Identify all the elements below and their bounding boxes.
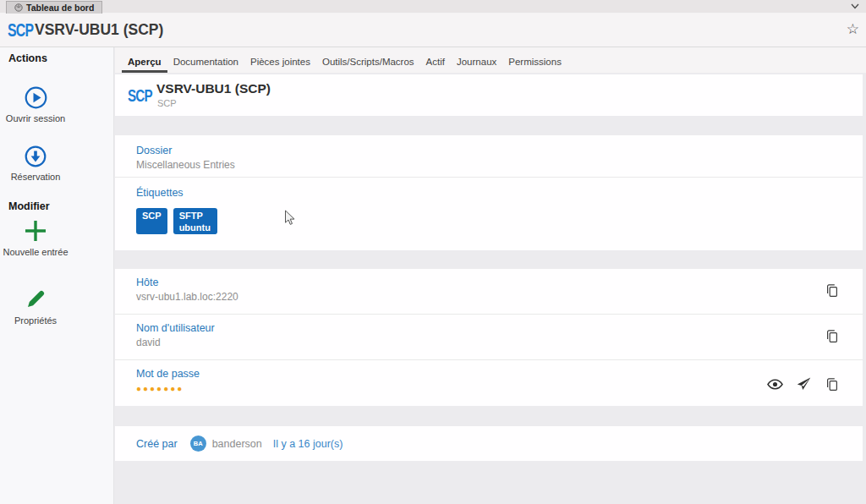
copy-icon [825,329,839,343]
tags-label: Étiquettes [136,187,184,199]
favorite-star-icon[interactable]: ☆ [847,20,859,38]
copy-icon [825,377,839,392]
main-content: Aperçu Documentation Pièces jointes Outi… [115,47,866,504]
divider [115,177,863,178]
password-masked-value: ●●●●●●● [136,384,200,393]
reservation-button[interactable]: Réservation [0,145,71,183]
entity-scp-logo: SCP [128,85,152,106]
actions-section-title: Actions [8,52,47,64]
entity-title: VSRV-UBU1 (SCP) [156,81,271,96]
folder-tags-card: Dossier Miscellaneous Entries Étiquettes… [115,135,863,250]
entity-subtitle: SCP [157,98,177,108]
check-out-icon [25,145,47,167]
created-by-label: Créé par [136,438,178,450]
created-by-card: Créé par BA banderson Il y a 16 jour(s) [115,426,863,461]
page-title: VSRV-UBU1 (SCP) [35,21,163,39]
credentials-card: Hôte vsrv-ubu1.lab.loc:2220 Nom d'utilis… [115,269,863,406]
host-value: vsrv-ubu1.lab.loc:2220 [136,291,238,303]
entry-header: SCP VSRV-UBU1 (SCP) ☆ [0,14,866,47]
send-password-button[interactable] [797,377,811,394]
play-circle-icon [25,86,47,109]
username-label: Nom d'utilisateur [136,322,215,334]
entity-card: SCP VSRV-UBU1 (SCP) SCP [115,74,863,116]
properties-label: Propriétés [14,315,57,326]
password-label: Mot de passe [136,368,200,380]
avatar: BA [190,436,206,452]
new-entry-button[interactable]: Nouvelle entrée [0,219,71,258]
created-by-username: banderson [212,438,262,450]
modify-section-title: Modifier [8,200,50,212]
created-by-row: Créé par BA banderson Il y a 16 jour(s) [136,426,343,461]
copy-icon [825,283,839,298]
created-ago[interactable]: Il y a 16 jour(s) [273,438,343,450]
dashboard-icon [14,3,23,12]
reservation-label: Réservation [11,172,61,182]
tag-scp[interactable]: SCP [136,208,167,234]
host-field: Hôte vsrv-ubu1.lab.loc:2220 [136,277,238,303]
divider [115,359,863,360]
reveal-password-button[interactable] [767,378,783,393]
copy-host-button[interactable] [825,283,839,301]
tag-sftp-ubuntu[interactable]: SFTP ubuntu [173,208,217,234]
properties-button[interactable]: Propriétés [0,286,71,326]
eye-icon [767,379,783,390]
tab-tableau-de-bord[interactable]: Tableau de bord [6,1,102,14]
new-entry-label: Nouvelle entrée [3,247,68,257]
actions-sidebar: Actions Ouvrir session Réservation Modif… [0,47,114,504]
folder-field: Dossier Miscellaneous Entries [136,145,235,171]
tab-journaux[interactable]: Journaux [451,52,502,73]
copy-password-button[interactable] [825,377,839,395]
tab-actif[interactable]: Actif [420,52,451,73]
window-tab-bar: Tableau de bord [0,0,866,14]
open-session-button[interactable]: Ouvrir session [0,86,71,124]
folder-label: Dossier [136,145,235,156]
password-field: Mot de passe ●●●●●●● [136,368,200,393]
mouse-cursor [284,210,296,227]
tab-label: Tableau de bord [26,3,94,13]
tab-permissions[interactable]: Permissions [502,52,567,73]
divider [115,314,863,315]
copy-username-button[interactable] [825,329,839,347]
open-session-label: Ouvrir session [6,113,65,123]
paper-plane-icon [797,377,811,391]
tab-documentation[interactable]: Documentation [167,52,244,73]
folder-value: Miscellaneous Entries [136,159,235,171]
tab-apercu[interactable]: Aperçu [122,52,167,73]
entry-tabs: Aperçu Documentation Pièces jointes Outi… [115,47,866,73]
tab-pieces-jointes[interactable]: Pièces jointes [244,52,316,73]
host-label: Hôte [136,277,238,288]
username-value: david [136,337,215,348]
tab-outils-scripts-macros[interactable]: Outils/Scripts/Macros [316,52,420,73]
chevron-down-icon[interactable] [851,3,859,9]
pencil-icon [24,286,47,311]
tags-list: SCP SFTP ubuntu [136,208,217,234]
username-field: Nom d'utilisateur david [136,322,215,348]
scp-logo: SCP [8,19,33,41]
plus-icon [24,219,47,243]
